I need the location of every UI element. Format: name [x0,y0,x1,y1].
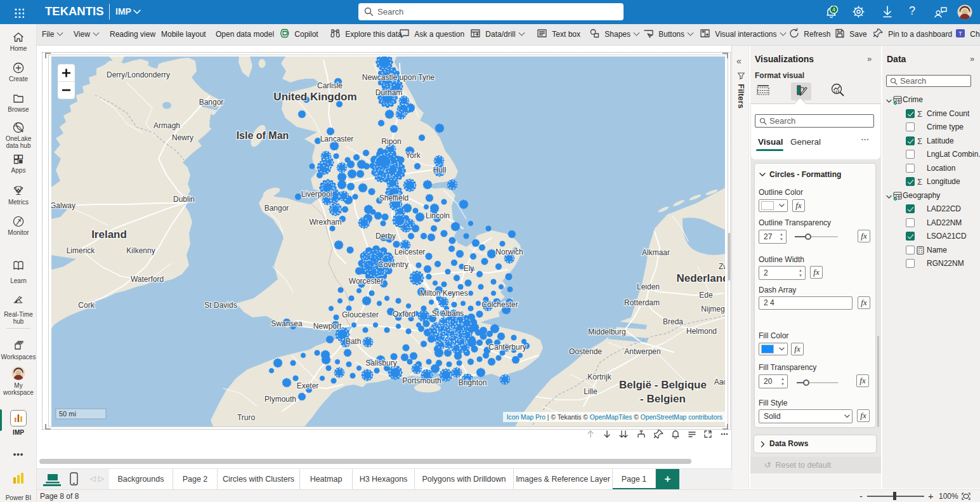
svg-text:Helmond: Helmond [686,327,717,336]
svg-text:Aac: Aac [714,378,725,386]
svg-text:Newcastle upon Tyne: Newcastle upon Tyne [362,73,435,82]
svg-text:Gloucester: Gloucester [342,310,379,319]
svg-text:Salisbury: Salisbury [365,359,396,367]
svg-text:Norwich: Norwich [495,248,523,256]
svg-text:Swansea: Swansea [271,319,303,328]
svg-text:Cork: Cork [78,301,95,310]
svg-text:Oxford: Oxford [393,310,415,319]
svg-text:Lancaster: Lancaster [320,135,354,143]
svg-text:Derby: Derby [376,232,396,241]
svg-text:Oostende: Oostende [569,347,602,356]
svg-text:België - Belgique: België - Belgique [619,379,707,391]
svg-text:Isle of Man: Isle of Man [237,130,289,141]
svg-text:Middelburg: Middelburg [588,327,625,336]
svg-text:Lille: Lille [584,387,598,396]
svg-text:Leiden: Leiden [637,282,660,291]
svg-text:Coventry: Coventry [378,260,408,269]
svg-text:Hull: Hull [433,166,447,175]
svg-text:Galway: Galway [51,201,75,210]
svg-text:Zw: Zw [719,262,725,271]
svg-text:Dublin: Dublin [173,195,195,204]
svg-text:Colchester: Colchester [481,300,518,309]
svg-text:Kortrijk: Kortrijk [587,373,611,381]
svg-text:Ireland: Ireland [91,228,127,241]
svg-text:Leicester: Leicester [395,248,426,256]
svg-text:Plymouth: Plymouth [265,395,296,404]
svg-text:Exeter: Exeter [297,381,319,390]
svg-text:Wrexham: Wrexham [309,218,341,227]
svg-text:Nederland: Nederland [676,272,725,284]
svg-text:Alkmaar: Alkmaar [642,248,670,257]
svg-text:50 mi: 50 mi [59,410,76,418]
svg-text:Derry/Londonderry: Derry/Londonderry [107,70,170,79]
svg-text:Sheffield: Sheffield [379,194,408,202]
svg-text:Kilkenny: Kilkenny [126,246,155,255]
svg-text:Milton Keynes: Milton Keynes [420,289,467,298]
svg-text:Bath: Bath [346,337,362,346]
svg-text:Portsmouth: Portsmouth [402,376,441,385]
svg-text:Durham: Durham [376,88,403,97]
svg-text:Truro: Truro [237,413,256,422]
svg-text:York: York [405,151,421,160]
svg-text:St Albans: St Albans [432,309,464,318]
svg-text:T: T [958,30,962,37]
svg-text:Brighton: Brighton [459,378,487,387]
svg-text:Antwerpen: Antwerpen [624,347,660,356]
svg-text:Liverpool: Liverpool [301,190,332,199]
svg-text:Limerick: Limerick [67,246,96,255]
svg-text:Waterford: Waterford [131,275,164,284]
svg-text:Worcester: Worcester [349,277,383,286]
svg-text:United Kingdom: United Kingdom [273,91,356,103]
svg-text:Bangor: Bangor [199,98,224,107]
svg-text:Lincoln: Lincoln [426,211,450,220]
svg-text:Ede: Ede [699,291,713,300]
svg-text:Newry: Newry [172,133,193,142]
svg-text:Armagh: Armagh [154,121,180,130]
svg-text:4: 4 [832,6,835,13]
svg-text:Newport: Newport [313,322,342,331]
svg-text:- Belgien: - Belgien [640,393,686,405]
svg-text:Ripon: Ripon [381,137,401,146]
svg-text:Rotterdam: Rotterdam [624,298,660,307]
svg-text:Icon Map Pro | © Tekantis © Op: Icon Map Pro | © Tekantis © OpenMapTiles… [507,414,722,421]
svg-text:St Davids: St Davids [204,301,237,310]
svg-text:Ely: Ely [464,264,474,273]
svg-text:Breda: Breda [663,317,683,326]
svg-text:Bangor: Bangor [265,204,289,213]
svg-text:Canterbury: Canterbury [488,343,526,352]
svg-text:Carlisle: Carlisle [317,81,343,90]
svg-text:Nijmeg: Nijmeg [701,305,724,314]
